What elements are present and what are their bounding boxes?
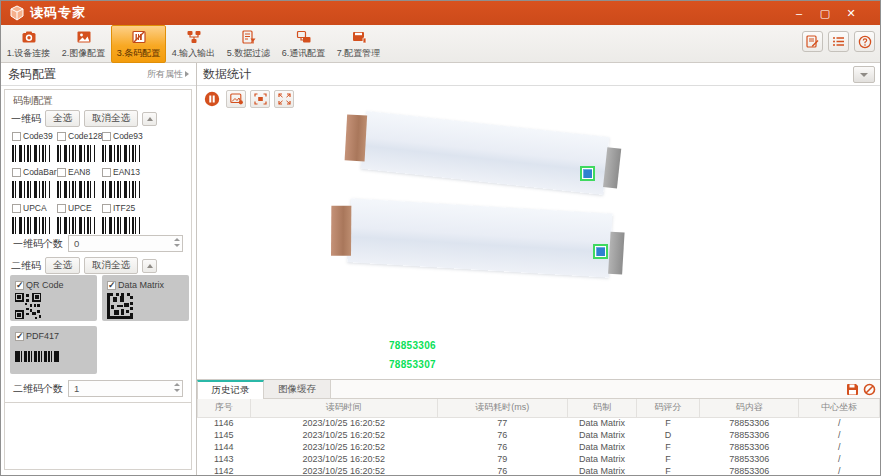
pdf417-tile[interactable]: PDF417 — [10, 326, 97, 374]
barcode-label: UPCA — [23, 203, 47, 213]
barcode-checkbox[interactable] — [57, 132, 66, 141]
data-matrix-checkbox[interactable] — [107, 281, 116, 290]
barcode-checkbox[interactable] — [57, 168, 66, 177]
barcode-checkbox[interactable] — [57, 204, 66, 213]
spinner-arrows[interactable] — [174, 383, 180, 392]
tab-label: 6.通讯配置 — [282, 47, 326, 60]
tab-input-output[interactable]: 4.输入输出 — [166, 25, 221, 63]
barcode-label: Code39 — [23, 131, 53, 141]
panel-title: 条码配置 — [8, 66, 56, 83]
qr-checkbox[interactable] — [15, 281, 24, 290]
tab-barcode-config[interactable]: 3.条码配置 — [111, 25, 166, 63]
list-icon[interactable] — [828, 31, 849, 52]
col-index: 序号 — [198, 399, 251, 417]
foil-tab — [603, 147, 621, 188]
tab-config-manage[interactable]: 7.配置管理 — [331, 25, 386, 63]
data-matrix-thumbnail-icon — [107, 293, 184, 319]
minimize-button[interactable]: – — [792, 1, 806, 25]
barcode-checkbox[interactable] — [12, 132, 21, 141]
select-all-button[interactable]: 全选 — [45, 257, 80, 274]
close-button[interactable]: ✕ — [844, 1, 858, 25]
barcode-type-item: EAN8 — [57, 166, 102, 198]
qr-thumbnail-icon — [15, 293, 92, 319]
code-system-groupbox: 码制配置 一维码 全选 取消全选 Code39Code128Code93Coda… — [4, 89, 192, 470]
history-table-header: 序号 读码时间 读码耗时(ms) 码制 码评分 码内容 中心坐标 — [198, 399, 880, 417]
tab-label: 2.图像配置 — [62, 47, 106, 60]
table-row[interactable]: 11452023/10/25 16:20:5276Data MatrixD788… — [198, 429, 880, 441]
barcode-label: Code93 — [113, 131, 143, 141]
image-settings-icon[interactable] — [226, 90, 246, 108]
panel-title: 数据统计 — [203, 66, 251, 83]
one-d-count-input[interactable]: 0 — [68, 235, 183, 252]
tab-data-filter[interactable]: 5.数据过滤 — [221, 25, 276, 63]
report-icon[interactable] — [802, 31, 823, 52]
foil-tab — [608, 232, 624, 275]
select-all-button[interactable]: 全选 — [45, 110, 80, 127]
table-row[interactable]: 11462023/10/25 16:20:5277Data MatrixF788… — [198, 417, 880, 429]
pdf417-thumbnail-icon — [15, 351, 59, 362]
chevron-up-icon — [147, 117, 153, 121]
clear-icon[interactable] — [862, 382, 876, 396]
fit-view-icon[interactable] — [250, 90, 270, 108]
barcode-checkbox[interactable] — [102, 132, 111, 141]
two-d-count-input[interactable]: 1 — [68, 380, 183, 397]
barcode-config-icon — [131, 29, 147, 45]
decode-result-1: 78853306 — [389, 340, 436, 351]
barcode-type-item: UPCA — [12, 202, 57, 234]
table-row[interactable]: 11442023/10/25 16:20:5276Data MatrixF788… — [198, 441, 880, 453]
pdf417-checkbox[interactable] — [15, 332, 24, 341]
tab-device-connect[interactable]: 1.设备连接 — [1, 25, 56, 63]
pause-icon[interactable] — [202, 90, 222, 108]
history-panel: 历史记录 图像缓存 序号 读码时间 读码耗时(ms) 码制 码评分 — [197, 379, 880, 475]
fullscreen-icon[interactable] — [274, 90, 294, 108]
image-viewer[interactable]: 78853306 78853307 — [197, 86, 880, 379]
help-icon[interactable] — [854, 31, 875, 52]
barcode-label: Code128 — [68, 131, 103, 141]
one-d-barcode-grid: Code39Code128Code93CodaBarEAN8EAN13UPCAU… — [12, 130, 189, 238]
barcode-checkbox[interactable] — [102, 204, 111, 213]
barcode-type-item: CodaBar — [12, 166, 57, 198]
deselect-all-button[interactable]: 取消全选 — [84, 257, 138, 274]
tab-image-config[interactable]: 2.图像配置 — [56, 25, 111, 63]
save-icon[interactable] — [845, 382, 859, 396]
all-properties-link[interactable]: 所有属性 — [147, 68, 189, 81]
app-window: 读码专家 – ▢ ✕ 1.设备连接 2.图像配置 3.条码配置 4.输入输出 5… — [0, 0, 881, 476]
tab-label: 4.输入输出 — [172, 47, 216, 60]
deselect-all-button[interactable]: 取消全选 — [84, 110, 138, 127]
barcode-thumbnail-icon — [57, 181, 95, 198]
tab-label: 7.配置管理 — [337, 47, 381, 60]
barcode-label: EAN13 — [113, 167, 140, 177]
title-bar: 读码专家 – ▢ ✕ — [1, 1, 880, 25]
collapse-button[interactable] — [142, 112, 157, 126]
barcode-label: ITF25 — [113, 203, 135, 213]
barcode-thumbnail-icon — [57, 145, 95, 162]
barcode-type-item: Code93 — [102, 130, 147, 162]
chevron-down-icon — [860, 73, 868, 77]
history-table-body: 11462023/10/25 16:20:5277Data MatrixF788… — [198, 417, 880, 476]
panel-dropdown-button[interactable] — [853, 66, 875, 83]
barcode-type-item: UPCE — [57, 202, 102, 234]
app-logo-icon — [9, 5, 25, 21]
data-matrix-tile[interactable]: Data Matrix — [102, 275, 189, 321]
qr-code-tile[interactable]: QR Code — [10, 275, 97, 321]
spinner-arrows[interactable] — [174, 238, 180, 247]
col-content: 码内容 — [699, 399, 799, 417]
tab-image-cache[interactable]: 图像缓存 — [264, 380, 331, 398]
table-row[interactable]: 11432023/10/25 16:20:5279Data MatrixF788… — [198, 453, 880, 465]
barcode-checkbox[interactable] — [12, 204, 21, 213]
col-duration: 读码耗时(ms) — [438, 399, 568, 417]
barcode-checkbox[interactable] — [12, 168, 21, 177]
maximize-button[interactable]: ▢ — [818, 1, 832, 25]
detected-code-box-2 — [593, 244, 608, 259]
barcode-type-item: ITF25 — [102, 202, 147, 234]
tab-history-records[interactable]: 历史记录 — [197, 380, 264, 399]
table-row[interactable]: 11422023/10/25 16:20:5276Data MatrixF788… — [198, 465, 880, 476]
copper-tab — [345, 114, 368, 161]
col-score: 码评分 — [637, 399, 700, 417]
one-d-count-row: 一维码个数 0 — [13, 235, 183, 252]
col-read-time: 读码时间 — [250, 399, 438, 417]
tab-label: 1.设备连接 — [7, 47, 51, 60]
barcode-checkbox[interactable] — [102, 168, 111, 177]
tab-comm-config[interactable]: 6.通讯配置 — [276, 25, 331, 63]
collapse-button[interactable] — [142, 259, 157, 273]
